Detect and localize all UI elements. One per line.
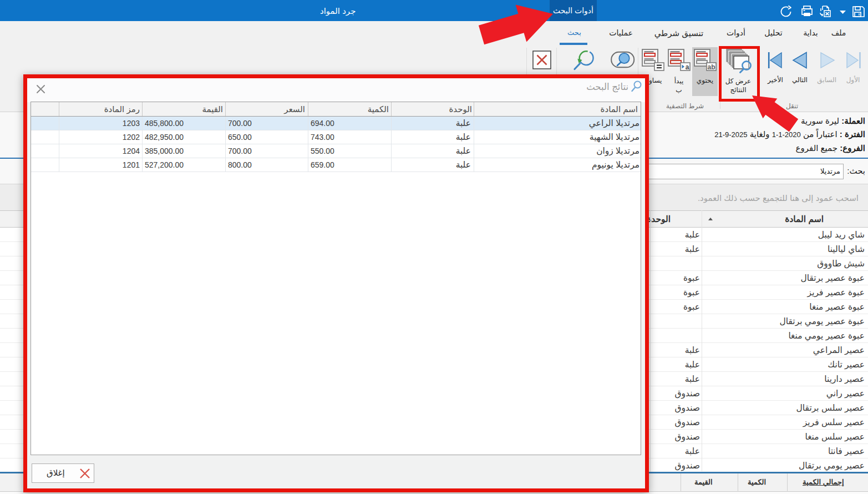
svg-text:a: a (686, 63, 689, 71)
svg-text:ab: ab (707, 63, 715, 71)
